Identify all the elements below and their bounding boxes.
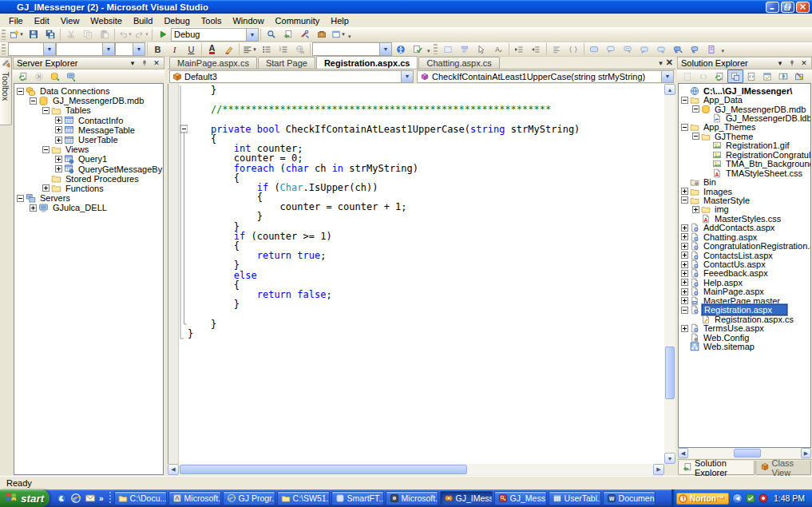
- bubble-1-button[interactable]: [586, 42, 603, 56]
- tree-item[interactable]: GJ_MessengerDB.ldb: [679, 113, 810, 122]
- font-size-combo[interactable]: ▼: [115, 42, 145, 56]
- expand-plus-icon[interactable]: [691, 206, 700, 213]
- tree-item[interactable]: Chatting.aspx: [679, 232, 810, 241]
- combo-arrow-icon[interactable]: ▼: [401, 71, 413, 82]
- connect-to-database-button[interactable]: [47, 69, 63, 83]
- tree-item[interactable]: TMA_Btn_Background.gif: [679, 160, 810, 168]
- expand-plus-icon[interactable]: [54, 137, 63, 144]
- collapse-minus-icon[interactable]: [680, 307, 689, 314]
- bubble-3-button[interactable]: [620, 42, 636, 56]
- editor-horizontal-scrollbar[interactable]: ◀ ▶: [168, 464, 664, 475]
- scroll-right-icon[interactable]: ▶: [801, 448, 811, 458]
- minimize-button[interactable]: [766, 2, 779, 13]
- menu-help[interactable]: Help: [325, 15, 355, 26]
- close-button[interactable]: [796, 2, 810, 13]
- expand-plus-icon[interactable]: [680, 270, 689, 277]
- tray-collapse-chevron-icon[interactable]: ◄: [732, 493, 743, 504]
- expand-plus-icon[interactable]: [54, 117, 63, 124]
- tree-item[interactable]: RegistrationCongratulations.gif: [679, 150, 810, 159]
- document-tab-start-page[interactable]: Start Page: [258, 57, 315, 69]
- taskbar-button[interactable]: UserTabl...: [549, 491, 601, 505]
- tree-item[interactable]: MessageTable: [14, 125, 163, 135]
- collapse-minus-icon[interactable]: [680, 124, 689, 131]
- expand-plus-icon[interactable]: [680, 279, 689, 286]
- menu-window[interactable]: Window: [227, 15, 269, 26]
- tree-item[interactable]: CongratulationRegistration.aspx: [679, 241, 810, 250]
- check-accessibility-button[interactable]: [392, 42, 409, 56]
- solution-horizontal-scrollbar[interactable]: ◀ ▶: [678, 448, 811, 458]
- toolbar-overflow-icon[interactable]: ▾: [348, 34, 351, 42]
- other-windows-button[interactable]: ▾: [330, 28, 347, 42]
- dropdown-arrow-icon[interactable]: ▾: [20, 31, 23, 38]
- menu-tools[interactable]: Tools: [196, 15, 228, 26]
- tree-item[interactable]: Bin: [679, 177, 810, 186]
- mail-icon[interactable]: [85, 493, 96, 504]
- tree-item[interactable]: C:\...\GJ_IMessenger\: [679, 86, 810, 95]
- bubble-5-button[interactable]: [653, 42, 670, 56]
- tree-item[interactable]: Data Connections: [14, 86, 163, 96]
- display-script-button[interactable]: [565, 42, 582, 56]
- expand-plus-icon[interactable]: [54, 156, 63, 163]
- tool-tab-solution-explorer[interactable]: Solution Explorer: [678, 461, 755, 475]
- taskbar-button[interactable]: Microsoft...: [168, 491, 221, 505]
- close-panel-icon[interactable]: ✕: [151, 58, 162, 69]
- toolbar-grip[interactable]: [434, 44, 438, 54]
- scroll-down-icon[interactable]: ▼: [664, 453, 675, 464]
- start-debugging-button[interactable]: [154, 28, 171, 42]
- tree-item[interactable]: Views: [14, 145, 163, 154]
- editor-vertical-scrollbar[interactable]: ▲ ▼: [664, 84, 675, 464]
- combo-arrow-icon[interactable]: ▼: [246, 29, 258, 41]
- connect-to-server-button[interactable]: [63, 69, 79, 83]
- collapse-minus-icon[interactable]: [691, 105, 700, 113]
- horizontal-scroll-thumb[interactable]: [734, 449, 761, 457]
- internet-explorer-icon[interactable]: e: [70, 493, 81, 504]
- tree-item[interactable]: Tables: [14, 105, 163, 115]
- tree-item[interactable]: GJ_MessengerDB.mdb: [679, 105, 810, 113]
- collapse-minus-icon[interactable]: [691, 133, 700, 140]
- tree-item[interactable]: GJulca_DELL: [14, 203, 163, 212]
- solution-explorer-button[interactable]: [279, 28, 296, 42]
- view-code-button[interactable]: [743, 69, 759, 83]
- solution-configurations-combo[interactable]: Debug▼: [171, 28, 259, 42]
- comment-out-button[interactable]: [670, 42, 687, 56]
- expand-plus-icon[interactable]: [680, 233, 689, 240]
- tree-item[interactable]: GJ_MessengerDB.mdb: [14, 96, 163, 105]
- document-tab-chatting-aspx-cs[interactable]: Chatting.aspx.cs: [418, 57, 499, 69]
- tree-item[interactable]: App_Themes: [679, 123, 810, 132]
- expand-plus-icon[interactable]: [54, 126, 63, 133]
- tray-icon-red[interactable]: [759, 493, 768, 503]
- document-tab-mainpage-aspx-cs[interactable]: MainPage.aspx.cs: [169, 57, 257, 69]
- asp-net-configuration-button[interactable]: [791, 69, 807, 83]
- scroll-up-icon[interactable]: ▲: [664, 84, 675, 95]
- scroll-left-icon[interactable]: ◀: [168, 464, 179, 475]
- combo-arrow-icon[interactable]: ▼: [133, 43, 145, 55]
- dropdown-arrow-icon[interactable]: ▾: [129, 31, 132, 38]
- taskbar-button[interactable]: Microsoft...: [386, 491, 438, 505]
- close-panel-icon[interactable]: ✕: [798, 58, 810, 69]
- bookmark-button[interactable]: [703, 42, 720, 56]
- bubble-2-button[interactable]: [603, 42, 620, 56]
- collapse-minus-icon[interactable]: [42, 146, 50, 153]
- expand-plus-icon[interactable]: [680, 261, 689, 268]
- tree-item[interactable]: TermsUse.aspx: [679, 323, 810, 332]
- menu-build[interactable]: Build: [128, 15, 158, 26]
- view-designer-button[interactable]: [759, 69, 775, 83]
- combo-arrow-icon[interactable]: ▼: [102, 43, 114, 55]
- foreground-color-button[interactable]: A: [204, 42, 220, 56]
- view-code-small-button[interactable]: [695, 69, 711, 83]
- dropdown-arrow-icon[interactable]: ▾: [253, 46, 256, 53]
- tree-item[interactable]: App_Data: [679, 95, 810, 104]
- menu-file[interactable]: File: [3, 15, 29, 26]
- properties-button[interactable]: [679, 69, 695, 83]
- start-button[interactable]: start: [0, 489, 50, 507]
- horizontal-scroll-thumb[interactable]: [180, 465, 467, 474]
- bold-button[interactable]: B: [149, 42, 166, 56]
- collapse-minus-icon[interactable]: [16, 88, 25, 95]
- tree-item[interactable]: ContactsList.aspx: [679, 251, 810, 259]
- expand-plus-icon[interactable]: [680, 188, 689, 195]
- dropdown-arrow-icon[interactable]: ▾: [342, 31, 345, 38]
- combo-arrow-icon[interactable]: ▼: [379, 43, 391, 55]
- tree-item[interactable]: Functions: [14, 184, 163, 193]
- close-document-icon[interactable]: ✕: [666, 57, 673, 68]
- taskbar-button[interactable]: GJ_IMess...: [440, 491, 493, 505]
